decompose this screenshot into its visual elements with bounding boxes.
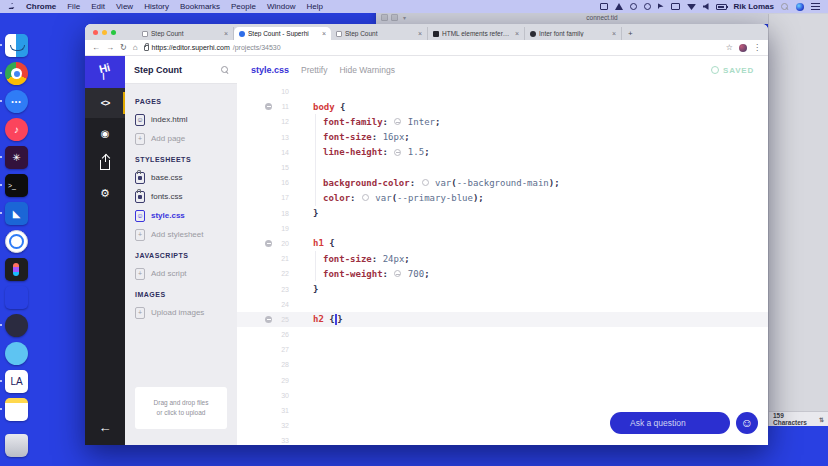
code-view-button[interactable]: <> <box>85 88 125 118</box>
sidebar-item-add-stylesheet[interactable]: Add stylesheet <box>135 228 227 241</box>
menu-item-people[interactable]: People <box>231 2 256 11</box>
menu-app-name[interactable]: Chrome <box>26 2 56 11</box>
menu-item-view[interactable]: View <box>116 2 133 11</box>
sidebar-item-base-css[interactable]: base.css <box>135 171 227 184</box>
menu-item-help[interactable]: Help <box>306 2 322 11</box>
notification-center-icon[interactable] <box>811 3 820 10</box>
code-line-21[interactable]: 21font-size: 24px; <box>237 251 768 266</box>
wifi-icon[interactable] <box>687 4 696 10</box>
warning-dot-icon[interactable] <box>265 316 272 323</box>
tab-close-icon[interactable]: × <box>612 30 616 37</box>
help-smiley-button[interactable]: ☺ <box>736 412 758 434</box>
dock-terminal-icon[interactable]: >_ <box>5 174 28 197</box>
browser-tab-5[interactable]: Inter font family× <box>525 27 622 40</box>
back-icon[interactable]: ← <box>92 44 100 52</box>
browser-tab-4[interactable]: HTML elements reference - H× <box>428 27 525 40</box>
menu-item-window[interactable]: Window <box>267 2 295 11</box>
chevron-down-icon[interactable]: ▾ <box>403 14 406 21</box>
sort-arrows-icon[interactable]: ⇅ <box>819 416 824 423</box>
volume-icon[interactable] <box>703 3 709 10</box>
menu-item-bookmarks[interactable]: Bookmarks <box>180 2 220 11</box>
spotlight-search-icon[interactable] <box>781 3 789 11</box>
dock-music-icon[interactable]: ♪ <box>5 118 28 141</box>
clock-icon[interactable] <box>630 3 637 10</box>
warning-dot-icon[interactable] <box>265 240 272 247</box>
code-line-18[interactable]: 18} <box>237 206 768 221</box>
upload-button[interactable] <box>85 148 125 178</box>
color-swatch-icon[interactable] <box>362 194 369 201</box>
background-window-edge[interactable]: 159 Characters ⇅ <box>768 14 828 426</box>
code-line-33[interactable]: 33 <box>237 433 768 445</box>
browser-tab-3[interactable]: Step Count× <box>331 27 428 40</box>
superhi-logo[interactable]: Hi/ <box>85 56 125 88</box>
dock-finder-icon[interactable] <box>5 34 28 57</box>
code-line-17[interactable]: 17color: var(--primary-blue); <box>237 190 768 205</box>
menu-item-file[interactable]: File <box>67 2 80 11</box>
menu-username[interactable]: Rik Lomas <box>734 2 774 11</box>
bookmark-star-icon[interactable]: ☆ <box>726 43 733 52</box>
forward-icon[interactable]: → <box>106 44 114 52</box>
sidebar-item-fonts-css[interactable]: fonts.css <box>135 190 227 203</box>
settings-button[interactable]: ⚙ <box>85 178 125 208</box>
siri-icon[interactable] <box>796 3 804 11</box>
dock-slack-icon[interactable]: ✳ <box>5 146 28 169</box>
code-line-26[interactable]: 26 <box>237 327 768 342</box>
dock-chrome-icon[interactable] <box>5 62 28 85</box>
dock-airmail-icon[interactable] <box>5 230 28 253</box>
sidebar-item-add-script[interactable]: Add script <box>135 267 227 280</box>
preview-button[interactable]: ◉ <box>85 118 125 148</box>
dock-stripes-app-icon[interactable] <box>5 286 28 309</box>
code-line-19[interactable]: 19 <box>237 221 768 236</box>
browser-tab-2[interactable]: Step Count - Superhi× <box>234 27 331 40</box>
apple-icon[interactable] <box>8 3 15 11</box>
dock-messages-icon[interactable] <box>5 90 28 113</box>
tab-close-icon[interactable]: × <box>515 30 519 37</box>
reload-icon[interactable]: ↻ <box>120 44 127 52</box>
inline-warning-icon[interactable] <box>394 118 401 125</box>
minimize-window-button[interactable] <box>102 30 107 35</box>
code-line-29[interactable]: 29 <box>237 373 768 388</box>
code-line-13[interactable]: 13font-size: 16px; <box>237 130 768 145</box>
code-line-27[interactable]: 27 <box>237 342 768 357</box>
inline-warning-icon[interactable] <box>394 149 401 156</box>
sidebar-item-add-page[interactable]: Add page <box>135 132 227 145</box>
menu-item-history[interactable]: History <box>144 2 169 11</box>
hide-warnings-button[interactable]: Hide Warnings <box>339 65 394 75</box>
dock-video-app-icon[interactable] <box>5 314 28 337</box>
code-line-23[interactable]: 23} <box>237 281 768 296</box>
home-icon[interactable]: ⌂ <box>133 44 138 52</box>
active-file-tab[interactable]: style.css <box>251 65 289 75</box>
code-line-20[interactable]: 20h1 { <box>237 236 768 251</box>
warning-dot-icon[interactable] <box>265 103 272 110</box>
ask-question-button[interactable]: Ask a question <box>610 412 730 434</box>
color-swatch-icon[interactable] <box>422 179 429 186</box>
do-not-disturb-icon[interactable] <box>644 3 651 10</box>
zoom-window-button[interactable] <box>111 30 116 35</box>
dock-figma-icon[interactable] <box>5 258 28 281</box>
battery-icon[interactable] <box>716 4 727 10</box>
dock-twitter-app-icon[interactable] <box>5 342 28 365</box>
address-bar[interactable]: https://editor.superhi.com/projects/3453… <box>144 44 720 51</box>
code-line-28[interactable]: 28 <box>237 357 768 372</box>
browser-tab-1[interactable]: Step Count× <box>137 27 234 40</box>
profile-avatar[interactable] <box>739 44 747 52</box>
code-line-14[interactable]: 14line-height: 1.5; <box>237 145 768 160</box>
tab-close-icon[interactable]: × <box>224 30 228 37</box>
close-window-button[interactable] <box>93 30 98 35</box>
tab-close-icon[interactable]: × <box>322 30 326 37</box>
search-icon[interactable] <box>221 66 228 73</box>
location-icon[interactable] <box>658 3 664 10</box>
file-dropzone[interactable]: Drag and drop filesor click to upload <box>135 387 227 429</box>
code-line-11[interactable]: 11body { <box>237 99 768 114</box>
new-tab-button[interactable]: + <box>628 29 633 38</box>
sidebar-item-index-html[interactable]: index.html <box>135 113 227 126</box>
code-line-24[interactable]: 24 <box>237 297 768 312</box>
code-editor-area[interactable]: 1011body {12font-family: Inter;13font-si… <box>237 84 768 445</box>
dock-design-app-icon[interactable]: LA <box>5 370 28 393</box>
code-line-15[interactable]: 15 <box>237 160 768 175</box>
code-line-30[interactable]: 30 <box>237 388 768 403</box>
shield-icon[interactable] <box>615 3 623 10</box>
code-line-10[interactable]: 10 <box>237 84 768 99</box>
screen-record-icon[interactable] <box>600 3 608 10</box>
inline-warning-icon[interactable] <box>394 270 401 277</box>
